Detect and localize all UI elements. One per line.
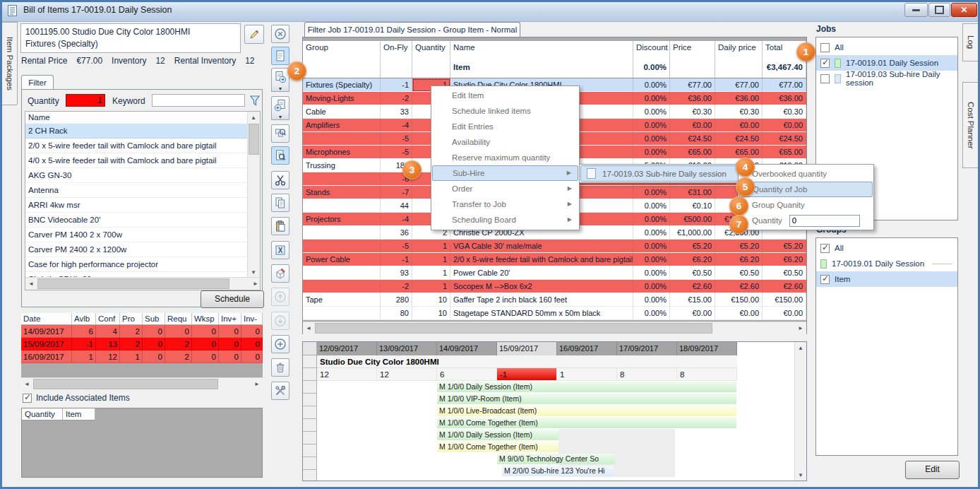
- item-list-hscrollbar[interactable]: ◄ ►: [25, 277, 261, 290]
- date-header-cell[interactable]: 16/09/2017: [557, 342, 617, 355]
- quantity-input[interactable]: [789, 215, 860, 227]
- col-date[interactable]: Date: [21, 313, 72, 325]
- job-checkbox[interactable]: [820, 74, 830, 83]
- list-item[interactable]: Carver PM 1400 2 x 700w: [25, 228, 248, 242]
- availability-hscrollbar[interactable]: ◄ ►: [21, 377, 263, 390]
- scroll-up-icon[interactable]: ▲: [795, 342, 806, 353]
- availability-cell[interactable]: 1: [557, 368, 617, 381]
- availability-row[interactable]: 16/09/2017 1 12 1 0 2 0 0 0: [21, 350, 263, 363]
- cell-quantity[interactable]: 1: [412, 266, 450, 280]
- receive-from-dropdown[interactable]: ▼: [271, 114, 289, 120]
- assoc-col-item[interactable]: Item: [63, 408, 95, 420]
- send-to-dropdown[interactable]: ▼: [271, 86, 289, 92]
- job-row[interactable]: All: [816, 40, 957, 55]
- schedule-bar[interactable]: M 1/0/0 Come Together (Item): [437, 442, 558, 452]
- cell-quantity[interactable]: 1: [412, 253, 450, 266]
- col-discount[interactable]: Discount: [633, 41, 670, 59]
- menu-item[interactable]: Availability ▶: [432, 134, 578, 150]
- schedule-bar[interactable]: M 1/0/0 Live-Broadcast (Item): [437, 406, 736, 416]
- list-item[interactable]: Antenna: [25, 183, 248, 198]
- schedule-bar[interactable]: M 2/0/0 Sub-hire 123 You're Hi: [502, 466, 614, 476]
- include-associated-checkbox[interactable]: [23, 394, 32, 403]
- hscroll-thumb[interactable]: [315, 323, 712, 334]
- menu-item[interactable]: Edit Entries ▶: [432, 119, 578, 134]
- list-item[interactable]: Case for high performance projector: [25, 257, 248, 272]
- menu-item[interactable]: Group Quanity: [739, 197, 873, 213]
- cut-button[interactable]: [271, 171, 289, 189]
- job-row[interactable]: 17-0019.01 Daily Session: [816, 55, 957, 71]
- schedule-bar[interactable]: M 1/0/0 Come Together (Item): [437, 418, 736, 428]
- item-list-header[interactable]: Name: [25, 112, 251, 124]
- scroll-right-icon[interactable]: ►: [251, 378, 263, 389]
- paste-button[interactable]: [271, 217, 289, 235]
- menu-item[interactable]: Edit Item ▶: [432, 88, 578, 103]
- col-price[interactable]: Price: [670, 41, 715, 59]
- add-button[interactable]: [271, 335, 289, 353]
- menu-item[interactable]: Quantity of Job: [739, 182, 873, 197]
- scroll-left-icon[interactable]: ◄: [25, 278, 37, 289]
- date-header-cell[interactable]: 17/09/2017: [617, 342, 677, 355]
- scroll-down-icon[interactable]: ▼: [248, 266, 259, 278]
- date-header-cell[interactable]: 18/09/2017: [677, 342, 737, 355]
- group-row[interactable]: 17-0019.01 Daily Session: [816, 256, 957, 271]
- vscroll-thumb[interactable]: [249, 124, 259, 155]
- list-item[interactable]: 2/0 x 5-wire feeder tail with Camlock an…: [25, 139, 248, 153]
- col-onfly[interactable]: On-Fly: [381, 41, 412, 59]
- availability-cell[interactable]: -1: [497, 368, 557, 381]
- job-checkbox[interactable]: [820, 43, 830, 52]
- move-up-button[interactable]: [271, 288, 289, 306]
- availability-cell[interactable]: 8: [677, 368, 737, 381]
- list-item[interactable]: 4/0 x 5-wire feeder tail with Camlock an…: [25, 153, 248, 168]
- quantity-input[interactable]: 1: [66, 94, 105, 107]
- menu-item[interactable]: Order ▶: [432, 181, 578, 196]
- col-group[interactable]: Group: [303, 41, 381, 59]
- cell-quantity[interactable]: 10: [412, 293, 450, 307]
- menu-item[interactable]: Reserve maximum quantity ▶: [432, 150, 578, 165]
- scroll-up-icon[interactable]: ▲: [248, 112, 259, 123]
- col-daily-price[interactable]: Daily price: [715, 41, 763, 59]
- export-excel-button[interactable]: X: [271, 241, 289, 259]
- delete-button[interactable]: [271, 358, 289, 377]
- edit-object-button[interactable]: [271, 264, 289, 283]
- tab-item-packages[interactable]: Item Packages: [2, 22, 18, 105]
- assoc-col-quantity[interactable]: Quantity: [22, 408, 63, 420]
- document-view-button[interactable]: [271, 47, 289, 65]
- availability-row[interactable]: 15/09/2017 -1 13 2 0 2 0 0 0: [21, 338, 263, 350]
- table-row[interactable]: 93 1 Power Cable 20' 0.00% €0.50 €0.50 €…: [303, 266, 806, 280]
- col-sub[interactable]: Sub: [143, 313, 165, 325]
- cell-quantity[interactable]: 1: [412, 240, 450, 253]
- menu-item[interactable]: Transfer to Job ▶: [432, 196, 578, 212]
- minimize-button[interactable]: [904, 3, 928, 17]
- availability-cell[interactable]: 6: [437, 368, 497, 381]
- list-item[interactable]: Carver PM 2400 2 x 1200w: [25, 242, 248, 257]
- group-checkbox[interactable]: [820, 244, 830, 253]
- menu-item[interactable]: Sub-Hire ▶: [432, 165, 578, 181]
- hscroll-thumb[interactable]: [37, 278, 229, 289]
- group-checkbox[interactable]: [820, 275, 830, 284]
- scroll-right-icon[interactable]: ►: [250, 278, 261, 289]
- grid-hscrollbar[interactable]: ◄ ►: [303, 322, 806, 334]
- col-invminus[interactable]: Inv-: [241, 313, 263, 325]
- col-wksp[interactable]: Wksp: [192, 313, 219, 325]
- menu-item[interactable]: Scheduling Board ▶: [432, 212, 578, 228]
- keyword-input[interactable]: [152, 94, 245, 107]
- table-row[interactable]: -5 1 VGA Cable 30' male/male 0.00% €5.20…: [303, 240, 806, 253]
- scroll-right-icon[interactable]: ►: [795, 322, 806, 334]
- hscroll-thumb[interactable]: [33, 379, 218, 389]
- group-row[interactable]: All: [816, 240, 957, 256]
- scroll-left-icon[interactable]: ◄: [21, 378, 32, 389]
- settings-button[interactable]: [271, 382, 289, 400]
- col-pro[interactable]: Pro: [120, 313, 143, 325]
- job-row[interactable]: 17-0019.03 Sub-hire Daily session: [816, 71, 957, 86]
- tab-cost-planner[interactable]: Cost Planner: [962, 82, 979, 168]
- availability-row[interactable]: 14/09/2017 6 4 2 0 0 0 0 0: [21, 325, 263, 338]
- group-row[interactable]: Item: [816, 271, 957, 287]
- col-name[interactable]: Name: [450, 41, 633, 59]
- tab-filter[interactable]: Filter: [21, 75, 54, 90]
- col-quantity[interactable]: Quantity: [412, 41, 450, 59]
- item-list-vscrollbar[interactable]: ▲ ▼: [247, 112, 260, 278]
- tab-log[interactable]: Log: [962, 23, 979, 61]
- table-row[interactable]: Power Cable -1 1 2/0 x 5-wire feeder tai…: [303, 253, 806, 266]
- col-requ[interactable]: Requ: [165, 313, 192, 325]
- availability-cell[interactable]: 12: [377, 368, 437, 381]
